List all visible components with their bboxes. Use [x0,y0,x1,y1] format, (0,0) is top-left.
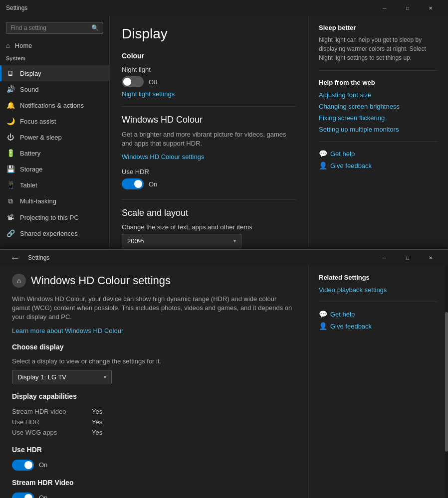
search-icon: 🔍 [91,24,99,31]
night-light-toggle-container: Off [122,76,296,87]
change-size-label: Change the size of text, apps and other … [122,223,296,231]
hd-colour-settings-description: With Windows HD Colour, your device can … [12,295,296,322]
sidebar-item-shared[interactable]: 🔗 Shared experiences [0,225,109,241]
bottom-get-help-link[interactable]: 💬 Get help [319,310,438,318]
night-light-knob [123,78,131,86]
scrollbar-thumb[interactable] [445,312,448,452]
sidebar-item-home[interactable]: ⌂ Home [0,38,109,53]
stream-hdr-section-title: Stream HDR Video [12,479,296,487]
bottom-page-title: Windows HD Colour settings [31,274,171,287]
bottom-use-hdr-knob [24,461,32,469]
notifications-icon: 🔔 [6,101,15,109]
top-window-body: 🔍 ⌂ Home System 🖥 Display 🔊 Sound 🔔 Noti… [0,16,448,249]
fixing-flickering-link[interactable]: Fixing screen flickering [319,114,438,122]
bottom-window-controls: ─ □ ✕ [373,250,442,266]
close-button[interactable]: ✕ [419,0,442,16]
capability-wcg-value: Yes [92,427,296,438]
bottom-window: ← Settings ─ □ ✕ ⌂ Windows HD Colour set… [0,249,448,498]
sound-icon: 🔊 [6,85,15,93]
stream-hdr-toggle-container: On [12,493,296,498]
table-row: Stream HDR video Yes [12,406,296,417]
stream-hdr-toggle[interactable] [12,493,34,498]
system-label: System [0,53,109,65]
right-panel: Sleep better Night light can help you ge… [308,16,448,249]
focus-icon: 🌙 [6,117,15,125]
sidebar-focus-label: Focus assist [20,118,56,125]
power-icon: ⏻ [6,133,15,141]
stream-hdr-toggle-label: On [39,494,47,498]
hd-colour-settings-main: ⌂ Windows HD Colour settings With Window… [0,266,308,498]
bottom-get-help-label: Get help [330,311,355,318]
sidebar: 🔍 ⌂ Home System 🖥 Display 🔊 Sound 🔔 Noti… [0,16,110,249]
search-box[interactable]: 🔍 [6,22,103,34]
back-button[interactable]: ← [6,252,24,264]
sidebar-tablet-label: Tablet [20,181,37,189]
display-dropdown[interactable]: Display 1: LG TV ▾ [12,370,112,384]
bottom-window-title: Settings [28,254,49,261]
hd-colour-title: Windows HD Colour [122,115,296,125]
capability-hdr-label: Use HDR [12,417,92,427]
bottom-use-hdr-toggle[interactable] [12,460,34,471]
sidebar-storage-label: Storage [20,166,43,173]
sidebar-item-projecting[interactable]: 📽 Projecting to this PC [0,209,109,225]
tablet-icon: 📱 [6,181,15,189]
help-web-title: Help from the web [319,79,438,86]
bottom-window-body: ⌂ Windows HD Colour settings With Window… [0,266,448,498]
night-light-settings-link[interactable]: Night light settings [122,90,175,98]
top-window-title: Settings [6,4,27,11]
sidebar-item-sound[interactable]: 🔊 Sound [0,81,109,97]
bottom-close-button[interactable]: ✕ [419,250,442,266]
changing-brightness-link[interactable]: Changing screen brightness [319,103,438,110]
sleep-better-title: Sleep better [319,24,438,31]
sidebar-item-focus[interactable]: 🌙 Focus assist [0,113,109,129]
sidebar-item-multitasking[interactable]: ⧉ Multi-tasking [0,193,109,209]
night-light-toggle-label: Off [149,78,157,86]
bottom-use-hdr-toggle-label: On [39,461,47,469]
bottom-minimize-button[interactable]: ─ [373,250,396,266]
sidebar-home-label: Home [15,42,32,49]
get-help-label: Get help [330,150,355,158]
scale-dropdown[interactable]: 200% ▾ [122,234,241,248]
selected-display: Display 1: LG TV [17,373,66,381]
video-playback-link[interactable]: Video playback settings [319,286,438,294]
give-feedback-label: Give feedback [330,162,372,169]
adjusting-font-link[interactable]: Adjusting font size [319,91,438,99]
scale-chevron-icon: ▾ [233,238,236,244]
night-light-label: Night light [122,66,296,73]
multiple-monitors-link[interactable]: Setting up multiple monitors [319,126,438,133]
bottom-give-feedback-link[interactable]: 👤 Give feedback [319,322,438,330]
use-hdr-knob [134,180,142,188]
give-feedback-link[interactable]: 👤 Give feedback [319,162,438,169]
use-hdr-toggle[interactable] [122,178,144,189]
use-hdr-label: Use HDR [122,168,296,175]
home-icon: ⌂ [6,42,10,49]
sidebar-item-display[interactable]: 🖥 Display [0,65,109,81]
minimize-button[interactable]: ─ [373,0,396,16]
top-title-bar: Settings ─ □ ✕ [0,0,448,16]
get-help-link[interactable]: 💬 Get help [319,150,438,158]
use-hdr-toggle-label: On [149,180,157,188]
sidebar-sound-label: Sound [20,86,39,93]
use-hdr-toggle-container: On [122,178,296,189]
bottom-title-bar: ← Settings ─ □ ✕ [0,250,448,266]
sidebar-item-notifications[interactable]: 🔔 Notifications & actions [0,97,109,113]
sidebar-item-power[interactable]: ⏻ Power & sleep [0,129,109,145]
capability-hdr-value: Yes [92,417,296,427]
sidebar-power-label: Power & sleep [20,134,62,141]
projecting-icon: 📽 [6,213,15,221]
bottom-right-panel: Related Settings Video playback settings… [308,266,448,498]
bottom-help-icon: 💬 [319,310,327,318]
night-light-toggle[interactable] [122,76,144,87]
learn-more-link[interactable]: Learn more about Windows HD Colour [12,327,123,334]
capability-stream-label: Stream HDR video [12,406,92,417]
sidebar-item-tablet[interactable]: 📱 Tablet [0,177,109,193]
sidebar-battery-label: Battery [20,150,40,157]
scale-value: 200% [127,237,144,245]
bottom-maximize-button[interactable]: □ [396,250,419,266]
sidebar-item-storage[interactable]: 💾 Storage [0,161,109,177]
capability-stream-value: Yes [92,406,296,417]
sidebar-item-battery[interactable]: 🔋 Battery [0,145,109,161]
search-input[interactable] [10,24,89,31]
maximize-button[interactable]: □ [396,0,419,16]
hd-colour-settings-link[interactable]: Windows HD Colour settings [122,153,204,161]
